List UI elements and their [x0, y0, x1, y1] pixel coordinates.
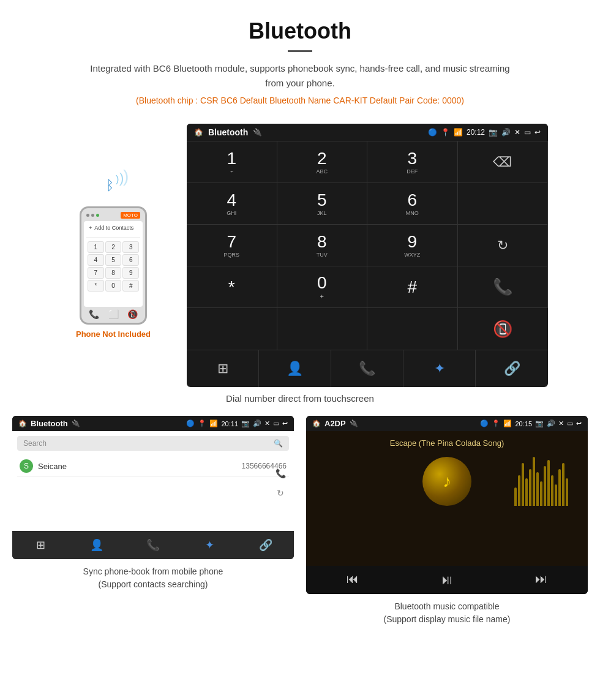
dialer-key-call[interactable]: 📞: [458, 266, 549, 308]
dialer-btn-contacts[interactable]: 👤: [259, 350, 331, 387]
dialer-key-9[interactable]: 9 WXYZ: [367, 225, 458, 266]
phone-key-hash[interactable]: #: [122, 280, 139, 292]
dialer-home-icon[interactable]: 🏠: [194, 128, 203, 137]
phone-key-6[interactable]: 6: [122, 254, 139, 266]
phone-screen-header: + Add to Contacts: [86, 224, 140, 232]
dialer-bt-icon: 🔵: [428, 128, 437, 137]
add-contacts-label: Add to Contacts: [94, 225, 133, 231]
dialer-sub-6: MNO: [406, 210, 419, 216]
dialer-keypad-grid: 1 ⌁ 2 ABC 3 DEF ⌫ 4 GHI: [187, 141, 548, 350]
eq-bar: [533, 457, 535, 506]
pb-bottom-contacts[interactable]: 👤: [84, 536, 109, 554]
dialer-key-7[interactable]: 7 PQRS: [187, 225, 277, 266]
music-camera-icon: 📷: [535, 420, 544, 427]
music-caption-line1: Bluetooth music compatible: [306, 600, 588, 613]
phone-end-button[interactable]: 📵: [127, 309, 138, 319]
dialer-sub-4: GHI: [227, 210, 236, 216]
music-home-icon[interactable]: 🏠: [312, 420, 321, 427]
pb-bottom-link[interactable]: 🔗: [253, 536, 278, 554]
phone-key-5[interactable]: 5: [105, 254, 122, 266]
dialer-key-hash[interactable]: #: [367, 266, 458, 308]
pb-body: Search 🔍 S Seicane 13566664466 📞 ↻: [12, 431, 294, 531]
pb-bottom-keypad[interactable]: ⊞: [28, 536, 53, 554]
phone-key-9[interactable]: 9: [122, 267, 139, 279]
phone-call-button[interactable]: 📞: [89, 309, 99, 319]
pb-usb-icon: 🔌: [72, 420, 80, 427]
music-song-title: Escape (The Pina Colada Song): [313, 438, 580, 448]
dialer-key-0[interactable]: 0 +: [277, 266, 368, 308]
plus-icon: +: [89, 225, 92, 231]
phone-home-button[interactable]: ⬜: [108, 309, 119, 319]
pb-statusbar: 🏠 Bluetooth 🔌 🔵 📍 📶 20:11 📷 🔊 ✕ ▭ ↩: [12, 416, 294, 431]
dialer-key-1[interactable]: 1 ⌁: [187, 141, 277, 183]
pb-back-icon[interactable]: ↩: [282, 420, 288, 427]
dialer-num-7: 7: [227, 233, 236, 250]
pb-caption-line2: (Support contacts searching): [12, 578, 294, 591]
dialer-cell-empty-4: [367, 308, 458, 350]
dialer-statusbar-right: 🔵 📍 📶 20:12 📷 🔊 ✕ ▭ ↩: [428, 128, 541, 137]
pb-search-bar[interactable]: Search 🔍: [17, 436, 289, 451]
dialer-key-end-call[interactable]: 📵: [458, 308, 549, 350]
pb-bottom-bt[interactable]: ✦: [197, 536, 222, 554]
pb-call-action[interactable]: 📞: [272, 465, 289, 482]
dialer-btn-link[interactable]: 🔗: [476, 350, 548, 387]
music-next-btn[interactable]: ⏭: [535, 572, 547, 588]
dialer-key-star[interactable]: *: [187, 266, 277, 308]
pb-bottom-phone[interactable]: 📞: [141, 536, 165, 554]
phone-keypad: 1 2 3 4 5 6 7 8 9 * 0 #: [86, 240, 140, 293]
dialer-btn-phone[interactable]: 📞: [331, 350, 403, 387]
dialer-key-6[interactable]: 6 MNO: [367, 183, 458, 225]
phone-key-0[interactable]: 0: [105, 280, 122, 292]
phone-screen: + Add to Contacts 1 2 3 4 5 6 7 8 9: [84, 221, 143, 307]
pb-contact-row: S Seicane 13566664466: [17, 456, 289, 477]
dialer-key-4[interactable]: 4 GHI: [187, 183, 277, 225]
phone-key-7[interactable]: 7: [88, 267, 104, 279]
bluetooth-specs: (Bluetooth chip : CSR BC6 Default Blueto…: [12, 96, 588, 105]
dialer-signal-icon: 📶: [454, 128, 463, 137]
dialer-gps-icon: 📍: [441, 128, 450, 137]
dialer-key-8[interactable]: 8 TUV: [277, 225, 368, 266]
phone-bottom-bar: 📞 ⬜ 📵: [84, 307, 143, 319]
dialer-back-icon[interactable]: ↩: [534, 128, 541, 137]
pb-search-placeholder: Search: [23, 439, 47, 448]
signal-wave-1: ): [116, 174, 119, 185]
music-back-icon[interactable]: ↩: [576, 420, 582, 427]
backspace-icon: ⌫: [493, 154, 512, 170]
dialer-key-3[interactable]: 3 DEF: [367, 141, 458, 183]
pb-signal-icon: 📶: [209, 420, 218, 427]
phone-key-4[interactable]: 4: [88, 254, 104, 266]
phone-mockup-area: ᛒ ) ) ) MOTO + Add to: [52, 173, 174, 339]
dialer-key-backspace[interactable]: ⌫: [458, 141, 549, 183]
music-play-btn[interactable]: ⏯: [440, 572, 454, 588]
music-statusbar: 🏠 A2DP 🔌 🔵 📍 📶 20:15 📷 🔊 ✕ ▭ ↩: [306, 416, 588, 431]
dialer-key-5[interactable]: 5 JKL: [277, 183, 368, 225]
pb-empty-space: [17, 477, 289, 526]
eq-bar: [547, 460, 550, 506]
pb-home-icon[interactable]: 🏠: [18, 420, 27, 427]
phone-key-1[interactable]: 1: [88, 241, 104, 253]
phone-key-3[interactable]: 3: [122, 241, 139, 253]
bluetooth-signal-area: ᛒ ) ) ): [89, 173, 138, 203]
eq-bar: [529, 469, 531, 506]
dialer-title: Bluetooth: [208, 127, 248, 137]
dialer-num-1: 1: [227, 150, 236, 167]
phone-top-bar: MOTO: [84, 212, 143, 221]
dialer-btn-bluetooth[interactable]: ✦: [403, 350, 476, 387]
phone-key-star[interactable]: *: [88, 280, 104, 292]
pb-refresh-action[interactable]: ↻: [272, 484, 289, 502]
music-caption: Bluetooth music compatible (Support disp…: [306, 600, 588, 626]
dialer-key-2[interactable]: 2 ABC: [277, 141, 368, 183]
music-prev-btn[interactable]: ⏮: [347, 572, 359, 588]
phone-key-8[interactable]: 8: [105, 267, 122, 279]
phone-key-2[interactable]: 2: [105, 241, 122, 253]
signal-wave-3: ): [123, 167, 129, 186]
dialer-sub-0: +: [320, 293, 324, 300]
dialer-time: 20:12: [467, 128, 485, 137]
pb-contact-name[interactable]: Seicane: [38, 462, 242, 471]
pb-bottom-bar: ⊞ 👤 📞 ✦ 🔗: [12, 531, 294, 559]
music-artwork-area: ♪: [313, 457, 580, 506]
dialer-key-refresh[interactable]: ↻: [458, 225, 549, 266]
dialer-btn-keypad[interactable]: ⊞: [187, 350, 259, 387]
phone-dot-1: [86, 214, 89, 217]
eq-bar: [555, 484, 557, 506]
